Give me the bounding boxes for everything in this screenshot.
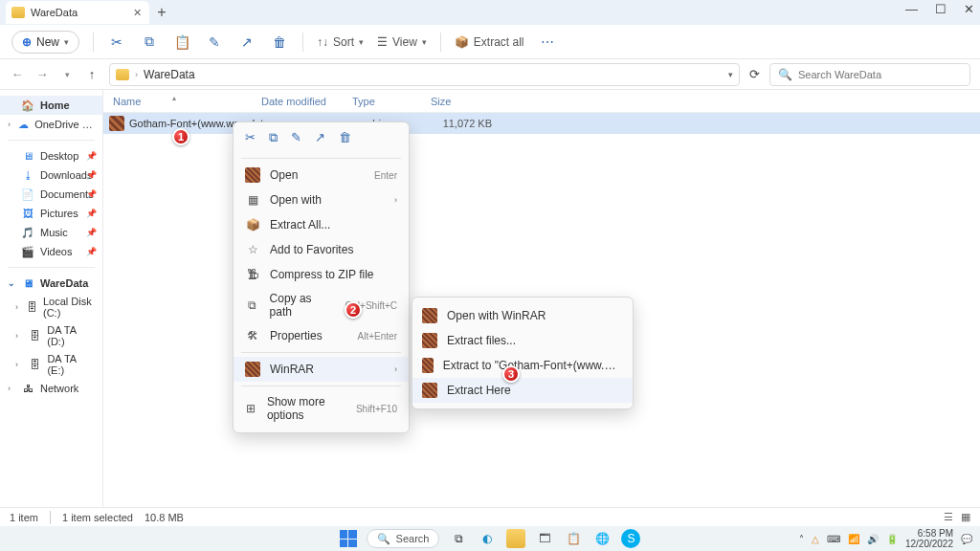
sidebar-item-documents[interactable]: 📄Documents📌	[0, 185, 102, 204]
sidebar-item-data-e[interactable]: ›🗄DA TA (E:)	[0, 350, 102, 379]
ctx-properties[interactable]: 🛠PropertiesAlt+Enter	[234, 323, 409, 348]
picture-icon: 🖼	[21, 207, 34, 220]
ctx-more-options[interactable]: ⊞Show more optionsShift+F10	[234, 390, 409, 427]
details-view-icon[interactable]: ☰	[944, 511, 953, 523]
delete-icon[interactable]: 🗑	[270, 34, 289, 50]
copy-icon[interactable]: ⧉	[140, 33, 159, 50]
ctx-open-with[interactable]: ▦Open with›	[234, 187, 409, 212]
annotation-badge-3: 3	[502, 365, 520, 383]
sidebar-item-network[interactable]: ›🖧Network	[0, 379, 102, 398]
maximize-icon[interactable]: ☐	[935, 2, 947, 16]
column-date[interactable]: Date modified	[261, 96, 352, 107]
window-tab[interactable]: WareData ✕	[6, 1, 149, 24]
up-icon[interactable]: ↑	[84, 67, 100, 81]
notifications-icon[interactable]: 💬	[961, 534, 972, 544]
ctx-label: Extract to "Gotham-Font+(www.waredata.co…	[443, 359, 623, 372]
app-icon[interactable]: 🗔	[535, 529, 554, 548]
minimize-icon[interactable]: —	[905, 2, 918, 16]
explorer-icon[interactable]	[506, 529, 525, 548]
breadcrumb[interactable]: › WareData ▾	[109, 63, 740, 86]
openwith-icon: ▦	[245, 192, 260, 208]
sort-icon: ↑↓	[317, 35, 328, 49]
wifi-icon[interactable]: 📶	[848, 534, 859, 544]
sidebar-label: Local Disk (C:)	[43, 296, 95, 319]
ctx-zip[interactable]: 🗜Compress to ZIP file	[234, 262, 409, 287]
chevron-down-icon[interactable]: ▾	[728, 70, 733, 79]
search-input[interactable]	[798, 69, 962, 80]
sidebar-item-pictures[interactable]: 🖼Pictures📌	[0, 204, 102, 223]
share-icon[interactable]: ↗	[315, 130, 325, 145]
extract-icon: 📦	[455, 35, 469, 49]
refresh-icon[interactable]: ⟳	[749, 67, 760, 81]
sidebar-item-waredata[interactable]: ⌄🖥WareData	[0, 274, 102, 293]
column-size[interactable]: Size	[431, 96, 479, 107]
sidebar-item-videos[interactable]: 🎬Videos📌	[0, 242, 102, 261]
close-tab-icon[interactable]: ✕	[133, 7, 142, 19]
breadcrumb-location: WareData	[144, 68, 195, 81]
delete-icon[interactable]: 🗑	[339, 130, 351, 145]
ctx-extract-all[interactable]: 📦Extract All...	[234, 212, 409, 237]
desktop-icon: 🖥	[21, 149, 34, 163]
share-icon[interactable]: ↗	[237, 34, 256, 50]
sidebar-item-music[interactable]: 🎵Music📌	[0, 223, 102, 242]
app-icon[interactable]: 📋	[564, 529, 583, 548]
sidebar-item-desktop[interactable]: 🖥Desktop📌	[0, 146, 102, 165]
skype-icon[interactable]: S	[621, 529, 640, 548]
sidebar-item-localdisk[interactable]: ›🗄Local Disk (C:)	[0, 293, 102, 321]
ctx-label: Show more options	[267, 395, 346, 422]
sub-extract-files[interactable]: Extract files...	[412, 328, 633, 353]
ctx-winrar[interactable]: WinRAR›	[234, 357, 409, 382]
column-name[interactable]: Name▴	[103, 96, 261, 107]
sub-open-winrar[interactable]: Open with WinRAR	[412, 303, 633, 328]
extract-all-button[interactable]: 📦 Extract all	[455, 35, 524, 49]
sidebar-label: Downloads	[40, 169, 92, 181]
battery-icon[interactable]: 🔋	[886, 534, 898, 544]
more-icon[interactable]: ⋯	[538, 34, 557, 50]
sub-extract-to[interactable]: Extract to "Gotham-Font+(www.waredata.co…	[412, 353, 633, 378]
column-type[interactable]: Type	[352, 96, 431, 107]
new-tab-button[interactable]: +	[149, 4, 174, 21]
forward-icon[interactable]: →	[34, 67, 50, 81]
sidebar-item-onedrive[interactable]: ›☁OneDrive - Persona	[0, 115, 102, 134]
clock[interactable]: 6:58 PM 12/20/2022	[905, 528, 953, 549]
sidebar-item-data-d[interactable]: ›🗄DA TA (D:)	[0, 321, 102, 350]
thumbnail-view-icon[interactable]: ▦	[961, 511, 970, 523]
cloud-icon: ☁	[18, 118, 29, 131]
rename-icon[interactable]: ✎	[205, 34, 224, 50]
chevron-down-icon[interactable]: ▾	[59, 70, 75, 79]
tray-chevron-icon[interactable]: ˄	[799, 534, 804, 544]
view-button[interactable]: ☰ View ▾	[377, 35, 427, 49]
taskview-icon[interactable]: ⧉	[449, 529, 468, 548]
rar-file-icon	[109, 116, 124, 131]
cut-icon[interactable]: ✂	[245, 130, 256, 145]
search-box[interactable]: 🔍	[769, 63, 970, 86]
ctx-favorites[interactable]: ☆Add to Favorites	[234, 237, 409, 262]
status-items: 1 item	[10, 512, 38, 523]
drive-icon: 🗄	[29, 329, 42, 342]
copy-icon[interactable]: ⧉	[269, 130, 278, 145]
onedrive-icon[interactable]: △	[812, 534, 819, 544]
language-icon[interactable]: ⌨	[827, 534, 840, 544]
sidebar-item-downloads[interactable]: ⭳Downloads📌	[0, 165, 102, 185]
video-icon: 🎬	[21, 245, 34, 258]
sort-button[interactable]: ↑↓ Sort ▾	[317, 35, 364, 49]
rename-icon[interactable]: ✎	[291, 130, 301, 145]
clock-date: 12/20/2022	[905, 539, 953, 549]
taskbar-search[interactable]: 🔍Search	[367, 529, 440, 548]
back-icon[interactable]: ←	[10, 67, 25, 81]
copypath-icon: ⧉	[245, 298, 260, 313]
ctx-label: Properties	[270, 329, 323, 342]
chrome-icon[interactable]: 🌐	[592, 529, 612, 548]
edge-icon[interactable]: ◐	[478, 529, 497, 548]
close-icon[interactable]: ✕	[964, 2, 974, 16]
column-label: Name	[113, 96, 141, 107]
volume-icon[interactable]: 🔊	[867, 534, 879, 544]
cut-icon[interactable]: ✂	[107, 34, 126, 50]
new-button[interactable]: ⊕ New ▾	[11, 31, 79, 54]
sidebar-item-home[interactable]: 🏠Home	[0, 96, 102, 115]
ctx-open[interactable]: OpenEnter	[234, 163, 409, 187]
ctx-copy-path[interactable]: ⧉Copy as pathCtrl+Shift+C	[234, 287, 409, 323]
start-button[interactable]	[340, 530, 357, 547]
paste-icon[interactable]: 📋	[172, 34, 191, 50]
sub-extract-here[interactable]: Extract Here	[412, 378, 633, 403]
